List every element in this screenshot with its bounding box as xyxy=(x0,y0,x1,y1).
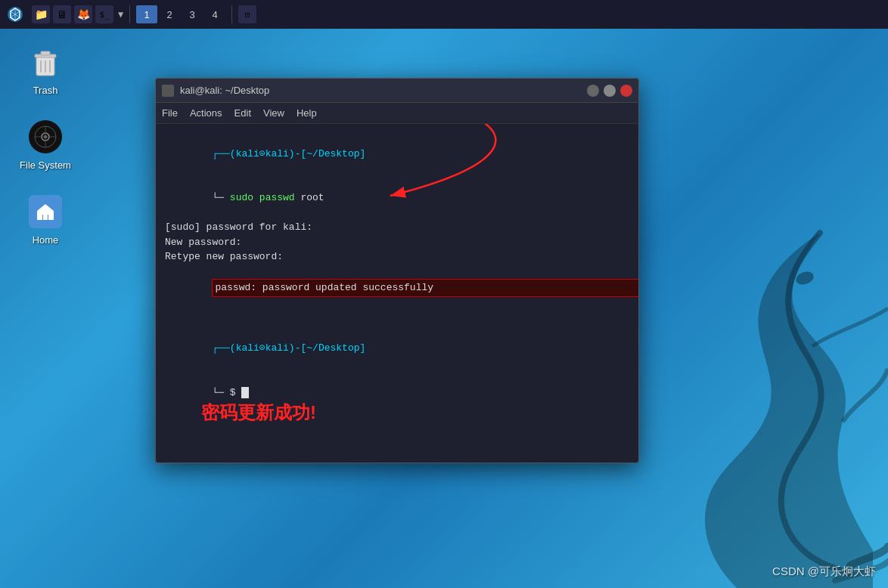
terminal-corner-icon xyxy=(162,85,174,97)
home-icon-image xyxy=(27,193,64,230)
menu-view[interactable]: View xyxy=(263,107,284,119)
menu-actions[interactable]: Actions xyxy=(190,107,222,119)
terminal-maximize-button[interactable] xyxy=(604,85,616,97)
terminal-content[interactable]: ┌──(kali⊙kali)-[~/Desktop] └─ sudo passw… xyxy=(156,124,638,463)
trash-icon-image xyxy=(27,44,64,80)
term-line-8: └─ $ xyxy=(165,370,629,415)
terminal-minimize-button[interactable] xyxy=(587,85,599,97)
taskbar-icon-files[interactable]: 📁 xyxy=(32,5,50,23)
terminal-window: kali@kali: ~/Desktop File Actions Edit V… xyxy=(155,78,639,463)
filesystem-label: File System xyxy=(20,159,71,171)
terminal-titlebar: kali@kali: ~/Desktop xyxy=(156,79,638,103)
term-line-7: ┌──(kali⊙kali)-[~/Desktop] xyxy=(165,326,629,371)
terminal-close-button[interactable] xyxy=(620,85,632,97)
filesystem-icon-circle xyxy=(29,120,62,153)
taskbar-icon-browser[interactable]: 🦊 xyxy=(74,5,92,23)
terminal-menubar: File Actions Edit View Help xyxy=(156,103,638,124)
term-line-6: passwd: password updated successfully xyxy=(165,265,629,312)
home-icon-desktop[interactable]: Home xyxy=(15,193,76,246)
svg-rect-13 xyxy=(43,215,48,220)
workspace-buttons: 1 2 3 4 xyxy=(136,5,225,23)
terminal-controls xyxy=(587,85,632,97)
taskbar-icon-terminal[interactable]: 🖥 xyxy=(53,5,71,23)
menu-file[interactable]: File xyxy=(162,107,178,119)
taskbar-icon-shell[interactable]: $_ xyxy=(95,5,113,23)
term-line-spacer xyxy=(165,311,629,326)
csdn-watermark: CSDN @可乐炯大虾 xyxy=(772,565,876,579)
menu-edit[interactable]: Edit xyxy=(234,107,251,119)
terminal-title: kali@kali: ~/Desktop xyxy=(180,85,269,96)
home-icon-bg xyxy=(29,195,62,228)
term-line-3: [sudo] password for kali: xyxy=(165,220,629,235)
kali-logo[interactable] xyxy=(5,4,26,25)
taskbar-icons: 📁 🖥 🦊 $_ ▼ xyxy=(32,5,123,23)
success-line: passwd: password updated successfully xyxy=(212,279,638,297)
cursor xyxy=(241,387,249,398)
taskbar-separator-2 xyxy=(231,5,232,23)
trash-icon-desktop[interactable]: Trash xyxy=(15,44,76,96)
desktop-icons: Trash File System xyxy=(15,44,76,246)
home-label: Home xyxy=(33,234,59,246)
workspace-3[interactable]: 3 xyxy=(182,5,203,23)
workspace-2[interactable]: 2 xyxy=(159,5,180,23)
desktop: Trash File System xyxy=(0,29,888,588)
menu-help[interactable]: Help xyxy=(297,107,317,119)
taskbar-icon-screen[interactable]: ⊡ xyxy=(238,5,256,23)
term-line-4: New password: xyxy=(165,235,629,250)
terminal-title-left: kali@kali: ~/Desktop xyxy=(162,85,269,97)
term-line-2: └─ sudo passwd root xyxy=(165,176,629,221)
workspace-4[interactable]: 4 xyxy=(204,5,225,23)
workspace-1[interactable]: 1 xyxy=(136,5,157,23)
term-line-5: Retype new password: xyxy=(165,249,629,265)
filesystem-icon-image xyxy=(27,119,64,155)
filesystem-icon-desktop[interactable]: File System xyxy=(15,119,76,171)
taskbar-separator xyxy=(129,5,130,23)
taskbar: 📁 🖥 🦊 $_ ▼ 1 2 3 4 ⊡ xyxy=(0,0,888,29)
term-line-1: ┌──(kali⊙kali)-[~/Desktop] xyxy=(165,132,629,176)
svg-rect-4 xyxy=(41,51,50,55)
trash-label: Trash xyxy=(33,85,58,96)
